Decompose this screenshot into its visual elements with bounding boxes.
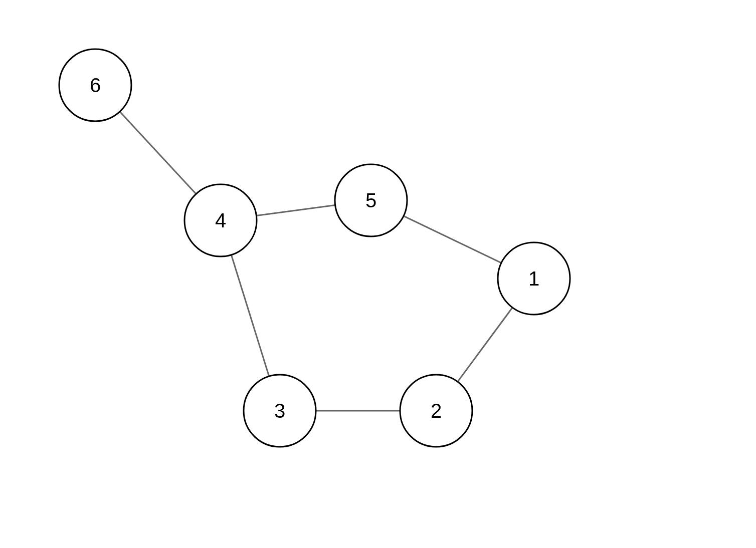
node-1[interactable]: 1 (498, 242, 570, 315)
node-3[interactable]: 3 (244, 375, 316, 447)
node-6[interactable]: 6 (59, 49, 131, 121)
node-2[interactable]: 2 (400, 375, 472, 447)
edge-5-1 (404, 216, 501, 263)
edge-1-2 (458, 308, 512, 382)
node-4[interactable]: 4 (184, 184, 257, 256)
edges-layer (120, 112, 512, 411)
node-label-5: 5 (365, 189, 376, 211)
node-label-2: 2 (431, 400, 442, 422)
node-label-1: 1 (528, 267, 539, 290)
edge-4-5 (256, 205, 335, 216)
node-label-6: 6 (90, 74, 101, 96)
node-5[interactable]: 5 (335, 164, 407, 236)
nodes-layer: 123456 (59, 49, 570, 447)
node-label-3: 3 (274, 400, 285, 422)
edge-3-4 (231, 255, 269, 376)
edge-6-4 (120, 112, 196, 194)
node-label-4: 4 (215, 209, 226, 231)
graph-diagram: 123456 (0, 0, 756, 548)
